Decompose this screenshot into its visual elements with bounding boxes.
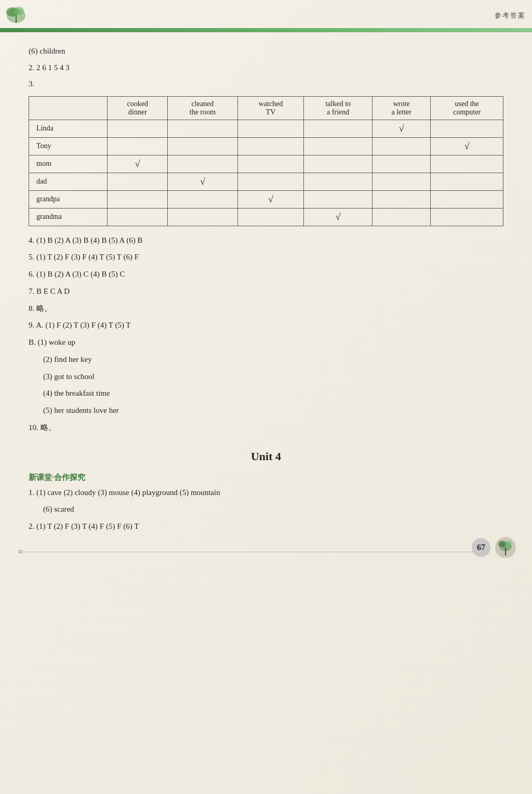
row-grandma-talked: √ (304, 208, 373, 226)
answer-9b4: (4) the breakfast time (29, 386, 503, 401)
section-heading: 新课堂·合作探究 (29, 473, 503, 483)
row-mom-wrote (373, 155, 431, 173)
row-tony-watched (237, 137, 304, 155)
table-header-cooked: cookeddinner (108, 96, 168, 120)
row-tony-cooked (108, 137, 168, 155)
row-linda-wrote: √ (373, 120, 431, 137)
answer-5: 5. (1) T (2) F (3) F (4) T (5) T (6) F (29, 250, 503, 265)
row-linda-name: Linda (29, 120, 108, 137)
row-linda-cleaned (168, 120, 237, 137)
main-content: (6) children 2. 2 6 1 5 4 3 3. cookeddin… (0, 32, 532, 547)
ref-answer-label: 参考答案 (495, 11, 526, 20)
row-grandma-watched (237, 208, 304, 226)
item-6-children: (6) children (29, 45, 503, 58)
row-dad-wrote (373, 173, 431, 190)
page-header: 参考答案 (0, 0, 532, 27)
logo-icon (4, 4, 28, 27)
item-2: 2. 2 6 1 5 4 3 (29, 61, 503, 75)
svg-point-7 (504, 541, 512, 546)
activity-table: cookeddinner cleanedthe room watchedTV t… (29, 96, 503, 226)
row-mom-watched (237, 155, 304, 173)
answer-6: 6. (1) B (2) A (3) C (4) B (5) C (29, 267, 503, 282)
row-dad-watched (237, 173, 304, 190)
unit4-item2: 2. (1) T (2) F (3) T (4) F (5) F (6) T (29, 519, 503, 534)
table-header-watched: watchedTV (237, 96, 304, 120)
row-linda-cooked (108, 120, 168, 137)
table-row: Linda √ (29, 120, 503, 137)
item-3-label: 3. (29, 77, 503, 91)
answer-9b1: B. (1) woke up (29, 335, 503, 350)
row-mom-used (431, 155, 503, 173)
svg-point-2 (14, 7, 24, 15)
row-linda-used (431, 120, 503, 137)
row-tony-used: √ (431, 137, 503, 155)
row-grandpa-watched: √ (237, 190, 304, 208)
row-tony-wrote (373, 137, 431, 155)
table-row: Tony √ (29, 137, 503, 155)
row-grandpa-cooked (108, 190, 168, 208)
row-grandma-cooked (108, 208, 168, 226)
table-row: grandma √ (29, 208, 503, 226)
small-square (19, 550, 22, 553)
dotted-line (21, 552, 475, 552)
unit4-item1: 1. (1) cave (2) cloudy (3) mouse (4) pla… (29, 486, 503, 500)
row-grandpa-used (431, 190, 503, 208)
row-grandma-used (431, 208, 503, 226)
row-dad-talked (304, 173, 373, 190)
table-header-wrote: wrotea letter (373, 96, 431, 120)
row-mom-talked (304, 155, 373, 173)
table-row: mom √ (29, 155, 503, 173)
header-right: 参考答案 (495, 11, 526, 20)
answer-4: 4. (1) B (2) A (3) B (4) B (5) A (6) B (29, 233, 503, 248)
row-mom-cooked: √ (108, 155, 168, 173)
page-number: 67 (472, 538, 490, 557)
table-header-used: used thecomputer (431, 96, 503, 120)
page-footer: 67 (472, 537, 516, 558)
row-grandma-cleaned (168, 208, 237, 226)
answer-9b5: (5) her students love her (29, 403, 503, 418)
row-grandpa-wrote (373, 190, 431, 208)
row-grandpa-talked (304, 190, 373, 208)
footer-logo-icon (495, 537, 516, 558)
row-dad-name: dad (29, 173, 108, 190)
answer-7: 7. B E C A D (29, 284, 503, 299)
row-tony-talked (304, 137, 373, 155)
unit-4-heading: Unit 4 (29, 450, 503, 463)
row-tony-cleaned (168, 137, 237, 155)
row-dad-used (431, 173, 503, 190)
row-grandma-name: grandma (29, 208, 108, 226)
answer-9b2: (2) find her key (29, 353, 503, 367)
table-header-talked: talked toa friend (304, 96, 373, 120)
row-mom-cleaned (168, 155, 237, 173)
answer-9b3: (3) got to school (29, 370, 503, 384)
answer-8: 8. 略。 (29, 302, 503, 316)
row-linda-talked (304, 120, 373, 137)
table-header-cleaned: cleanedthe room (168, 96, 237, 120)
table-row: grandpa √ (29, 190, 503, 208)
row-dad-cooked (108, 173, 168, 190)
row-mom-name: mom (29, 155, 108, 173)
answer-10: 10. 略。 (29, 421, 503, 435)
row-tony-name: Tony (29, 137, 108, 155)
row-grandpa-cleaned (168, 190, 237, 208)
green-bar (0, 28, 532, 32)
answer-9a: 9. A. (1) F (2) T (3) F (4) T (5) T (29, 318, 503, 333)
table-header-name (29, 96, 108, 120)
unit4-item1b: (6) scared (29, 502, 503, 517)
row-grandpa-name: grandpa (29, 190, 108, 208)
row-grandma-wrote (373, 208, 431, 226)
row-dad-cleaned: √ (168, 173, 237, 190)
row-linda-watched (237, 120, 304, 137)
table-row: dad √ (29, 173, 503, 190)
